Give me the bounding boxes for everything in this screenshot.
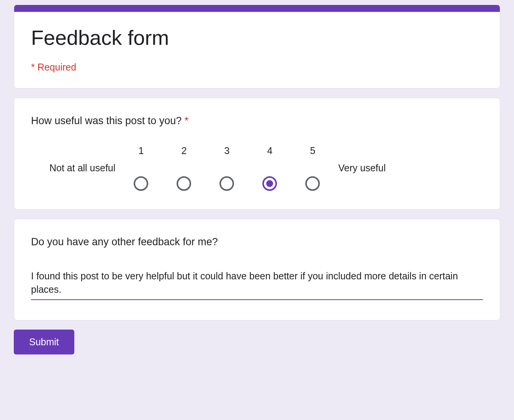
scale-number-1: 1: [138, 145, 144, 156]
header-accent-bar: [14, 5, 500, 12]
rating-question-title: How useful was this post to you? *: [31, 115, 483, 127]
scale-options: 1 2 3 4 5: [134, 145, 320, 191]
scale-low-label: Not at all useful: [31, 162, 134, 174]
rating-question-card: How useful was this post to you? * Not a…: [14, 98, 500, 210]
feedback-question-title: Do you have any other feedback for me?: [31, 236, 483, 248]
required-note: * Required: [31, 62, 483, 73]
radio-5[interactable]: [305, 176, 320, 191]
radio-3[interactable]: [219, 176, 234, 191]
scale-number-4: 4: [267, 145, 272, 156]
header-content: Feedback form * Required: [14, 12, 500, 88]
radio-1[interactable]: [134, 176, 148, 191]
form-title: Feedback form: [31, 26, 483, 49]
radio-4[interactable]: [262, 176, 277, 191]
radio-2[interactable]: [177, 176, 191, 191]
rating-question-text: How useful was this post to you?: [31, 115, 185, 126]
scale-number-3: 3: [224, 145, 229, 156]
scale-high-label: Very useful: [320, 162, 386, 174]
scale-option-1: 1: [134, 145, 148, 191]
scale-option-3: 3: [219, 145, 234, 191]
feedback-textarea[interactable]: [31, 266, 483, 300]
submit-button[interactable]: Submit: [14, 330, 74, 354]
form-header-card: Feedback form * Required: [14, 5, 500, 89]
scale-option-5: 5: [305, 145, 320, 191]
scale-number-5: 5: [310, 145, 315, 156]
feedback-question-card: Do you have any other feedback for me?: [14, 219, 500, 320]
scale-option-4: 4: [262, 145, 277, 191]
rating-scale: Not at all useful 1 2 3 4 5 Ver: [31, 145, 483, 191]
scale-option-2: 2: [177, 145, 191, 191]
scale-number-2: 2: [181, 145, 187, 156]
required-asterisk: *: [185, 115, 189, 126]
